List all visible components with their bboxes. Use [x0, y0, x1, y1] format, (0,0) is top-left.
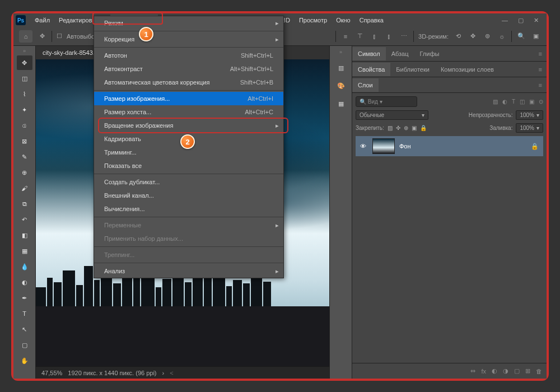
history-brush-tool[interactable]: ↶: [17, 212, 32, 227]
menu-item[interactable]: Внешний канал...: [94, 189, 283, 202]
zoom-value[interactable]: 47,55%: [41, 370, 62, 376]
menu-item[interactable]: Анализ▸: [94, 264, 283, 278]
menu-item[interactable]: Коррекция▸: [94, 32, 283, 46]
frame-tool[interactable]: ⊠: [17, 134, 32, 148]
blur-tool[interactable]: 💧: [17, 259, 32, 274]
filter-type-icon[interactable]: T: [512, 99, 515, 105]
blend-mode[interactable]: Обычные▾: [356, 110, 428, 120]
heal-tool[interactable]: ⊕: [17, 165, 32, 180]
mask-icon[interactable]: ◐: [492, 367, 497, 375]
lock-pixels-icon[interactable]: ▨: [388, 125, 393, 131]
panel-group-3: Слои ≡: [352, 77, 547, 93]
zoom-icon[interactable]: ⊚: [482, 32, 492, 40]
menu-item[interactable]: Создать дубликат...: [94, 175, 283, 189]
tab-properties[interactable]: Свойства: [352, 63, 390, 76]
align-icon[interactable]: ⫿: [384, 33, 394, 40]
crop-tool[interactable]: ⟃: [17, 118, 32, 133]
menu-item[interactable]: Размер холста...Alt+Ctrl+C: [94, 105, 283, 119]
filter-toggle-icon[interactable]: ⊙: [539, 99, 543, 105]
lock-artboard-icon[interactable]: ⊕: [404, 125, 408, 131]
window-controls: — ▢ ✕: [502, 17, 544, 24]
menu-item: Треппинг...: [94, 248, 283, 262]
chevron-right-icon[interactable]: ›: [162, 370, 165, 376]
tab-paragraph[interactable]: Абзац: [386, 47, 414, 60]
filter-shape-icon[interactable]: ◫: [520, 99, 525, 105]
move-tool-icon[interactable]: ✥: [37, 32, 47, 40]
panel-menu-icon[interactable]: ≡: [539, 82, 547, 88]
swatches-icon[interactable]: 🎨: [335, 81, 347, 91]
eyedropper-tool[interactable]: ✎: [17, 150, 32, 164]
minimize-icon[interactable]: —: [502, 17, 508, 24]
fx-icon[interactable]: fx: [481, 368, 486, 375]
fill-value[interactable]: 100% ▾: [516, 123, 543, 133]
layer-row[interactable]: 👁 Фон 🔒: [356, 136, 543, 156]
move-tool[interactable]: ✥: [17, 55, 32, 70]
hand-tool[interactable]: ✋: [17, 353, 32, 368]
tab-layercomps[interactable]: Композиции слоев: [435, 63, 500, 76]
visibility-icon[interactable]: 👁: [360, 143, 368, 150]
stamp-tool[interactable]: ⧉: [17, 197, 32, 211]
orbit-icon[interactable]: ⟲: [453, 32, 463, 40]
newlayer-icon[interactable]: ⊞: [525, 367, 530, 375]
tab-layers[interactable]: Слои: [352, 78, 379, 92]
align-icon[interactable]: ≡: [340, 33, 351, 40]
close-icon[interactable]: ✕: [534, 17, 539, 24]
light-icon[interactable]: ☼: [497, 33, 507, 40]
group-icon[interactable]: ▢: [514, 367, 520, 375]
filter-pixel-icon[interactable]: ▨: [493, 99, 498, 105]
callout-badge-1: 1: [139, 27, 153, 41]
wand-tool[interactable]: ✦: [17, 102, 32, 117]
path-tool[interactable]: ↖: [17, 322, 32, 337]
lasso-tool[interactable]: ⌇: [17, 87, 32, 101]
navigator-icon[interactable]: ▥: [335, 63, 347, 73]
lock-nested-icon[interactable]: ▣: [412, 125, 417, 131]
maximize-icon[interactable]: ▢: [518, 17, 524, 24]
chevron-right-icon: ▸: [276, 222, 279, 229]
home-button[interactable]: ⌂: [19, 30, 32, 43]
marquee-tool[interactable]: ◫: [17, 71, 32, 86]
adjust-icon[interactable]: ◑: [503, 367, 508, 375]
dodge-tool[interactable]: ◐: [17, 275, 32, 290]
lock-icon[interactable]: 🔒: [531, 143, 539, 150]
trash-icon[interactable]: 🗑: [536, 368, 542, 375]
tab-libraries[interactable]: Библиотеки: [390, 63, 435, 76]
menu-item[interactable]: Вращение изображения▸: [94, 119, 283, 132]
menu-item[interactable]: Автоматическая цветовая коррекцияShift+C…: [94, 76, 283, 89]
shape-tool[interactable]: ▢: [17, 338, 32, 352]
type-tool[interactable]: T: [17, 306, 32, 321]
panel-group-1: Символ Абзац Глифы ≡: [352, 46, 547, 62]
link-icon[interactable]: ⇔: [470, 367, 475, 375]
menu-item[interactable]: АвтотонShift+Ctrl+L: [94, 49, 283, 62]
lock-position-icon[interactable]: ✜: [396, 125, 400, 131]
menubar-item-просмотр[interactable]: Просмотр: [295, 15, 332, 26]
menu-item[interactable]: Режим▸: [94, 16, 283, 30]
chevron-right-icon: ▸: [276, 20, 279, 27]
opacity-value[interactable]: 100% ▾: [516, 110, 543, 120]
search-icon[interactable]: 🔍: [516, 32, 526, 40]
lock-all-icon[interactable]: 🔒: [420, 125, 427, 131]
menubar-item-окно[interactable]: Окно: [332, 15, 355, 26]
panel-menu-icon[interactable]: ≡: [539, 66, 547, 73]
brush-tool[interactable]: 🖌: [17, 181, 32, 195]
filter-smart-icon[interactable]: ▣: [529, 99, 534, 105]
color-icon[interactable]: ▦: [335, 99, 347, 109]
menu-item[interactable]: АвтоконтрастAlt+Shift+Ctrl+L: [94, 62, 283, 76]
screen-icon[interactable]: ▣: [531, 32, 541, 40]
menubar-item-справка[interactable]: Справка: [355, 15, 388, 26]
align-icon[interactable]: ⊤: [355, 32, 365, 40]
more-icon[interactable]: ⋯: [399, 32, 409, 40]
menubar-item-файл[interactable]: Файл: [30, 15, 54, 26]
gradient-tool[interactable]: ▦: [17, 244, 32, 258]
panel-menu-icon[interactable]: ≡: [539, 50, 547, 57]
tab-glyphs[interactable]: Глифы: [414, 47, 445, 60]
tab-character[interactable]: Символ: [352, 47, 386, 60]
menu-item[interactable]: Вычисления...: [94, 202, 283, 216]
pan-icon[interactable]: ✥: [468, 32, 478, 40]
menu-item[interactable]: Показать все: [94, 159, 283, 172]
layer-filter[interactable]: 🔍 Вид ▾: [356, 96, 417, 107]
align-icon[interactable]: ⫿: [370, 33, 380, 40]
menu-item[interactable]: Размер изображения...Alt+Ctrl+I: [94, 92, 283, 105]
pen-tool[interactable]: ✒: [17, 291, 32, 305]
filter-adjust-icon[interactable]: ◐: [502, 99, 507, 105]
eraser-tool[interactable]: ◧: [17, 228, 32, 242]
